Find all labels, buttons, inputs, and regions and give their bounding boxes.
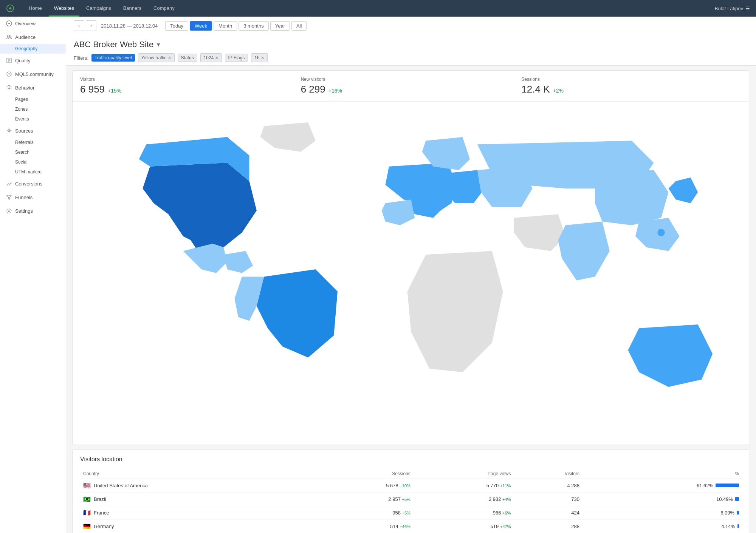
india-path: [558, 222, 610, 281]
community-icon: [6, 71, 12, 77]
sidebar-label-settings: Settings: [15, 208, 33, 214]
country-name: United States of America: [94, 483, 148, 488]
cell-country: 🇫🇷 France: [80, 506, 313, 519]
sidebar-sub-pages[interactable]: Pages: [0, 94, 66, 104]
conversions-icon: [6, 181, 12, 187]
date-range: 2018.11.28 — 2018.12.04: [101, 23, 158, 29]
sidebar-label-mql5: MQL5.community: [15, 71, 54, 77]
table-row: 🇫🇷 France 958 +5% 966 +6% 424 6.09%: [80, 506, 742, 519]
nav-company[interactable]: Company: [148, 0, 180, 17]
next-period-button[interactable]: ›: [86, 20, 96, 31]
period-buttons: Today Week Month 3 months Year All: [165, 21, 307, 31]
brazil-path: [257, 269, 338, 357]
cell-sessions: 2 957 +5%: [313, 492, 414, 506]
site-title: ABC Broker Web Site ▼: [74, 40, 748, 49]
sidebar-sub-geography[interactable]: Geography: [0, 44, 66, 54]
period-month[interactable]: Month: [214, 21, 237, 31]
filter-16[interactable]: 16 ×: [251, 53, 268, 62]
table-title: Visitors location: [80, 456, 742, 463]
filter-traffic-quality[interactable]: Traffic quality level: [91, 54, 135, 62]
africa-path: [407, 251, 503, 372]
svg-point-2: [8, 23, 10, 24]
sidebar-label-sources: Sources: [15, 128, 33, 134]
filter-status[interactable]: Status: [178, 54, 197, 62]
cell-percent: 6.09%: [582, 506, 742, 519]
sidebar-item-conversions[interactable]: Conversions: [0, 177, 66, 190]
stat-sessions-value: 12.4 K +2%: [521, 83, 742, 95]
nav-websites[interactable]: Websites: [49, 0, 79, 17]
table-header-row: Country Sessions Page views Visitors %: [80, 469, 742, 479]
filter-ipflags[interactable]: IP Flags: [225, 54, 248, 62]
sidebar-label-overview: Overview: [15, 21, 36, 26]
stat-new-visitors: New visitors 6 299 +16%: [301, 77, 522, 95]
svg-point-8: [8, 210, 10, 212]
stat-sessions-label: Sessions: [521, 77, 742, 82]
nav-banners[interactable]: Banners: [118, 0, 147, 17]
table-section: Visitors location Country Sessions Page …: [72, 450, 750, 533]
sidebar-item-quality[interactable]: Quality: [0, 54, 66, 67]
cell-pageviews: 519 +47%: [414, 519, 514, 533]
sidebar-sub-utm[interactable]: UTM-marked: [0, 167, 66, 177]
prev-period-button[interactable]: ‹: [74, 20, 84, 31]
cell-sessions: 514 +46%: [313, 519, 414, 533]
period-year[interactable]: Year: [270, 21, 290, 31]
main-content: ‹ › 2018.11.28 — 2018.12.04 Today Week M…: [66, 17, 756, 533]
svg-point-4: [9, 35, 11, 37]
country-flag: 🇩🇪: [83, 523, 91, 530]
nav-arrows: ‹ ›: [74, 20, 96, 31]
country-flag: 🇺🇸: [83, 482, 91, 489]
sources-icon: [6, 128, 12, 134]
period-all[interactable]: All: [291, 21, 307, 31]
sidebar-item-sources[interactable]: Sources: [0, 124, 66, 137]
sidebar-sub-referrals[interactable]: Referrals: [0, 137, 66, 147]
sidebar-label-behavior: Behavior: [15, 85, 34, 91]
nav-campaigns[interactable]: Campaigns: [81, 0, 116, 17]
filter-1024-label: 1024: [204, 55, 214, 60]
nav-home[interactable]: Home: [23, 0, 47, 17]
percent-bar: [737, 524, 739, 528]
toolbar: ‹ › 2018.11.28 — 2018.12.04 Today Week M…: [66, 17, 756, 35]
stat-sessions: Sessions 12.4 K +2%: [521, 77, 742, 95]
overview-icon: [6, 20, 12, 26]
cell-percent: 10.49%: [582, 492, 742, 506]
sidebar-sub-social[interactable]: Social: [0, 157, 66, 167]
settings-icon: [6, 208, 12, 214]
sidebar-item-audience[interactable]: Audience: [0, 30, 66, 44]
stat-visitors-label: Visitors: [80, 77, 301, 82]
cell-pageviews: 2 932 +4%: [414, 492, 514, 506]
filter-yellow-traffic-label: Yellow traffic: [141, 55, 167, 60]
sidebar-item-settings[interactable]: Settings: [0, 204, 66, 218]
sidebar-item-funnels[interactable]: Funnels: [0, 190, 66, 204]
period-week[interactable]: Week: [190, 21, 212, 31]
filter-yellow-traffic-close[interactable]: ×: [168, 55, 171, 61]
app-body: Overview Audience Geography Quality: [0, 17, 756, 533]
sidebar-item-overview[interactable]: Overview: [0, 17, 66, 30]
table-row: 🇧🇷 Brazil 2 957 +5% 2 932 +4% 730 10.49%: [80, 492, 742, 506]
filter-16-close[interactable]: ×: [261, 55, 264, 61]
user-menu-icon[interactable]: ☰: [745, 6, 750, 11]
filter-traffic-quality-label: Traffic quality level: [94, 55, 132, 60]
stat-new-visitors-label: New visitors: [301, 77, 522, 82]
filter-1024[interactable]: 1024 ×: [200, 53, 222, 62]
audience-icon: [6, 34, 12, 40]
site-dropdown-icon[interactable]: ▼: [156, 42, 161, 48]
sidebar: Overview Audience Geography Quality: [0, 17, 66, 533]
filter-yellow-traffic[interactable]: Yellow traffic ×: [138, 53, 175, 62]
table-row: 🇺🇸 United States of America 5 678 +10% 5…: [80, 479, 742, 492]
period-today[interactable]: Today: [165, 21, 188, 31]
top-navigation: Home Websites Campaigns Banners Company …: [0, 0, 756, 17]
stat-new-visitors-value: 6 299 +16%: [301, 83, 522, 95]
sidebar-item-mql5[interactable]: MQL5.community: [0, 67, 66, 81]
sidebar-item-behavior[interactable]: Behavior: [0, 81, 66, 94]
greenland-path: [260, 122, 316, 152]
period-3months[interactable]: 3 months: [239, 21, 268, 31]
sidebar-sub-search[interactable]: Search: [0, 147, 66, 157]
sidebar-sub-zones[interactable]: Zones: [0, 104, 66, 114]
cell-visitors: 288: [514, 519, 582, 533]
filter-1024-close[interactable]: ×: [215, 55, 218, 61]
sidebar-sub-events[interactable]: Events: [0, 114, 66, 124]
cell-country: 🇩🇪 Germany: [80, 519, 313, 533]
table-body: 🇺🇸 United States of America 5 678 +10% 5…: [80, 479, 742, 533]
sidebar-label-quality: Quality: [15, 58, 30, 63]
country-name: France: [94, 510, 109, 516]
